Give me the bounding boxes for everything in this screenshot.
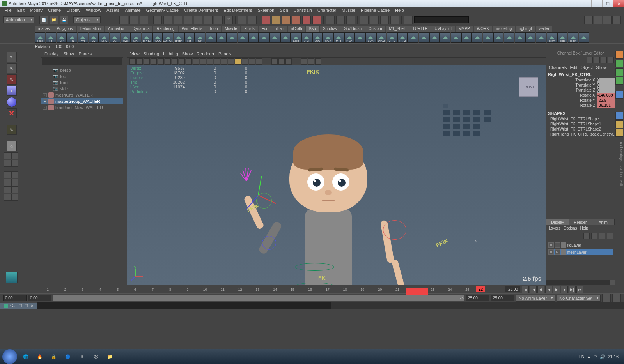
attr-value[interactable]: -36.151: [597, 103, 615, 108]
shelf-button[interactable]: pivot: [121, 32, 131, 43]
layout-icon[interactable]: [4, 160, 11, 167]
sidebar-icon[interactable]: [615, 77, 623, 85]
snap-curve-icon[interactable]: [163, 16, 172, 24]
shelf-tab-turtle[interactable]: TURTLE: [410, 26, 431, 32]
prefs-icon[interactable]: [612, 294, 621, 302]
layout-single-icon[interactable]: [4, 152, 11, 159]
layer-icon[interactable]: [583, 233, 590, 239]
open-scene-icon[interactable]: 📁: [50, 16, 58, 24]
attr-name[interactable]: Rotate X: [546, 93, 597, 98]
language-indicator[interactable]: EN: [578, 354, 584, 359]
shelf-tab-toon[interactable]: Toon: [206, 26, 221, 32]
snap-live-icon[interactable]: [194, 16, 202, 24]
viewport-content[interactable]: FRONT FKIK: [127, 65, 546, 285]
shelf-button[interactable]: [269, 32, 280, 43]
shelf-tab-work[interactable]: WORK: [474, 26, 492, 32]
play-forward-button[interactable]: ▶: [553, 286, 560, 293]
outliner-menu-item[interactable]: Show: [63, 51, 74, 56]
snap-icon[interactable]: [140, 16, 148, 24]
spine-ctrl[interactable]: [295, 263, 334, 271]
menu-pipeline-cache[interactable]: Pipeline Cache: [361, 8, 390, 13]
viewport-menu-item[interactable]: View: [130, 51, 140, 56]
layout-icon[interactable]: [4, 179, 11, 186]
clock[interactable]: 21:16: [608, 354, 619, 359]
layer-vis-toggle[interactable]: V: [548, 249, 554, 255]
vp-tool-icon[interactable]: [221, 58, 227, 65]
shelf-button[interactable]: [355, 32, 365, 43]
shelf-tab-animation[interactable]: Animation: [105, 26, 128, 32]
snap-grid-icon[interactable]: [153, 16, 162, 24]
shelf-tab-painteffects[interactable]: PaintEffects: [179, 26, 206, 32]
toggle-icon[interactable]: [584, 16, 593, 24]
shelf-tab-fluids[interactable]: Fluids: [241, 26, 258, 32]
outliner-menu-item[interactable]: Display: [44, 51, 58, 56]
taskbar-icon[interactable]: 🔒: [48, 351, 59, 362]
layer-color[interactable]: [561, 242, 566, 248]
shelf-tab-muscle[interactable]: Muscle: [222, 26, 240, 32]
shelf-button[interactable]: P Sh: [344, 32, 355, 43]
attr-name[interactable]: Translate X: [546, 78, 597, 83]
snap-icon[interactable]: [129, 16, 138, 24]
vp-tool-icon[interactable]: [207, 58, 213, 65]
snap-plane-icon[interactable]: [184, 16, 192, 24]
shelf-button[interactable]: [227, 32, 237, 43]
step-forward-key-button[interactable]: ▶|: [569, 286, 576, 293]
view-cube[interactable]: FRONT: [519, 77, 538, 97]
shape-item[interactable]: RightWrist_FK_CTRLShape2: [546, 127, 615, 132]
outliner-item[interactable]: side: [41, 86, 123, 92]
layout-icon[interactable]: [4, 186, 11, 193]
rotate-tool[interactable]: [7, 97, 17, 107]
shelf-tab-uvlayout[interactable]: UVLayout: [431, 26, 455, 32]
attr-value[interactable]: 0: [597, 88, 615, 93]
vp-tool-icon[interactable]: [256, 58, 262, 65]
play-backward-button[interactable]: ◀: [545, 286, 552, 293]
tray-icon[interactable]: ▲: [587, 354, 591, 359]
menu-animate[interactable]: Animate: [125, 8, 140, 13]
cb-icon[interactable]: [601, 57, 607, 63]
shelf-button[interactable]: [461, 32, 472, 43]
taskbar-chrome-icon[interactable]: 🔵: [62, 351, 73, 362]
vp-tool-icon[interactable]: [228, 58, 234, 65]
vp-tool-icon[interactable]: [214, 58, 220, 65]
sidebar-icon[interactable]: [615, 112, 623, 120]
shelf-button[interactable]: [536, 32, 546, 43]
vp-tool-icon[interactable]: [235, 58, 241, 65]
menu-geometry-cache[interactable]: Geometry Cache: [146, 8, 179, 13]
scrollbar[interactable]: [610, 280, 615, 285]
shelf-button[interactable]: align: [291, 32, 301, 43]
menu-create-deformers[interactable]: Create Deformers: [184, 8, 218, 13]
shelf-button[interactable]: [206, 32, 216, 43]
menu-constrain[interactable]: Constrain: [294, 8, 312, 13]
layout-icon[interactable]: [346, 16, 355, 24]
paint-tool[interactable]: ✎: [7, 74, 17, 85]
tool-icon[interactable]: [214, 16, 223, 24]
shelf-button[interactable]: [504, 32, 514, 43]
shelf-tab-m1_shelf[interactable]: M1_Shelf: [386, 26, 409, 32]
shelf-tab-subdivs[interactable]: Subdivs: [320, 26, 340, 32]
taskbar-icon[interactable]: ❄: [76, 351, 87, 362]
vp-tool-icon[interactable]: [200, 58, 206, 65]
layout-icon[interactable]: [370, 16, 379, 24]
shelf-button[interactable]: [259, 32, 269, 43]
shelf-tab-ksu[interactable]: Ksu: [306, 26, 319, 32]
shelf-tab-ncloth[interactable]: nCloth: [288, 26, 305, 32]
layer-menu-item[interactable]: Options: [564, 226, 577, 230]
sidebar-icon[interactable]: [615, 60, 623, 67]
shelf-button[interactable]: [451, 32, 461, 43]
vp-tool-icon[interactable]: [278, 58, 285, 65]
outliner-item[interactable]: +bindJointsNew_WALTER: [41, 104, 123, 111]
attr-name[interactable]: Rotate Z: [546, 103, 597, 108]
expand-icon[interactable]: +: [43, 93, 47, 97]
shelf-button[interactable]: [429, 32, 440, 43]
layer-row[interactable]: VrigLayer: [548, 242, 613, 248]
vp-tool-icon[interactable]: [179, 58, 185, 65]
shelf-tab-rendering[interactable]: Rendering: [153, 26, 177, 32]
vp-tool-icon[interactable]: [301, 58, 307, 65]
attr-name[interactable]: Translate Y: [546, 83, 597, 88]
tray-icon[interactable]: 🏳: [593, 354, 597, 359]
shelf-button[interactable]: lengt: [568, 32, 578, 43]
shelf-tab-dynamics[interactable]: Dynamics: [129, 26, 153, 32]
menu-skeleton[interactable]: Skeleton: [258, 8, 275, 13]
layout-icon[interactable]: [4, 171, 11, 178]
last-tool[interactable]: ◇: [7, 141, 17, 151]
